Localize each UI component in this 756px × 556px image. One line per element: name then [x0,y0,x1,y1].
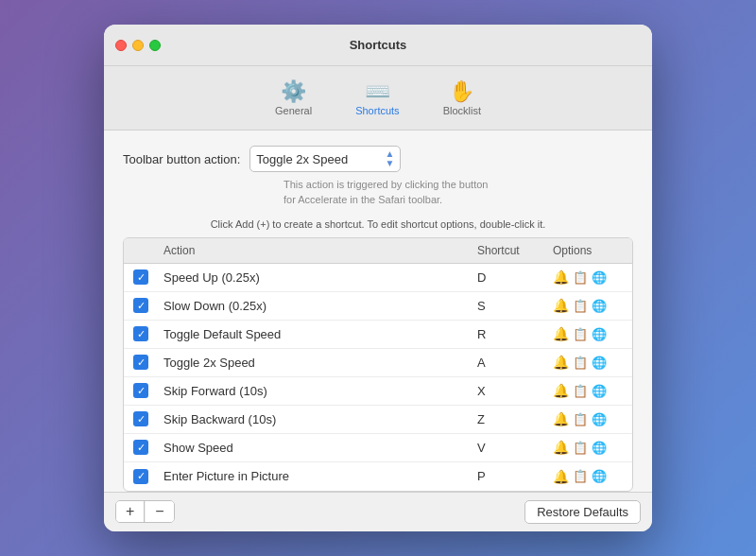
globe-icon[interactable]: 🌐 [592,384,607,398]
hand-icon: ✋ [449,81,474,102]
keyboard-icon: ⌨️ [365,81,390,102]
close-button[interactable] [115,40,127,51]
gear-icon: ⚙️ [281,81,306,102]
options-3: 🔔 📋 🌐 [547,355,632,370]
toolbar: ⚙️ General ⌨️ Shortcuts ✋ Blocklist [104,66,652,130]
action-label-0: Speed Up (0.25x) [158,270,472,285]
dropdown-value: Toggle 2x Speed [256,152,379,166]
check-icon: ✓ [133,411,148,426]
checkbox-0[interactable]: ✓ [124,269,158,285]
check-icon: ✓ [133,355,148,370]
options-6: 🔔 📋 🌐 [547,440,632,455]
doc-icon[interactable]: 📋 [573,441,588,455]
check-icon: ✓ [133,383,148,398]
toolbar-action-row: Toolbar button action: Toggle 2x Speed ▲… [123,146,633,172]
table-row[interactable]: ✓ Speed Up (0.25x) D 🔔 📋 🌐 [124,264,632,292]
checkbox-5[interactable]: ✓ [124,411,158,426]
checkbox-3[interactable]: ✓ [124,355,158,370]
titlebar: Shortcuts [104,25,652,66]
minimize-button[interactable] [132,40,144,51]
table-row[interactable]: ✓ Toggle Default Speed R 🔔 📋 🌐 [124,321,632,349]
instructions-text: Click Add (+) to create a shortcut. To e… [123,218,633,230]
hint-line2: for Accelerate in the Safari toolbar. [284,194,442,205]
table-row[interactable]: ✓ Show Speed V 🔔 📋 🌐 [124,434,632,462]
shortcut-2: R [472,327,547,341]
bell-icon[interactable]: 🔔 [553,440,569,455]
globe-icon[interactable]: 🌐 [592,469,607,483]
checkbox-6[interactable]: ✓ [124,440,158,455]
table-row[interactable]: ✓ Skip Backward (10s) Z 🔔 📋 🌐 [124,406,632,434]
header-options: Options [547,242,632,259]
tab-shortcuts-label: Shortcuts [355,105,399,116]
table-row[interactable]: ✓ Toggle 2x Speed A 🔔 📋 🌐 [124,349,632,377]
restore-defaults-button[interactable]: Restore Defaults [524,500,641,524]
toolbar-action-label: Toolbar button action: [123,152,240,166]
bell-icon[interactable]: 🔔 [553,411,569,426]
options-7: 🔔 📋 🌐 [547,469,632,484]
check-icon: ✓ [133,440,148,455]
globe-icon[interactable]: 🌐 [592,270,607,285]
bell-icon[interactable]: 🔔 [553,469,569,484]
maximize-button[interactable] [149,40,161,51]
doc-icon[interactable]: 📋 [573,299,588,313]
shortcut-7: P [472,469,547,483]
table-row[interactable]: ✓ Skip Forward (10s) X 🔔 📋 🌐 [124,377,632,406]
bell-icon[interactable]: 🔔 [553,355,569,370]
remove-shortcut-button[interactable]: − [146,501,173,522]
doc-icon[interactable]: 📋 [573,270,588,285]
hint-line1: This action is triggered by clicking the… [284,179,488,190]
dropdown-arrows-icon: ▲ ▼ [385,149,394,168]
table-row[interactable]: ✓ Enter Picture in Picture P 🔔 📋 🌐 [124,462,632,491]
globe-icon[interactable]: 🌐 [592,356,607,370]
checkbox-4[interactable]: ✓ [124,383,158,398]
bell-icon[interactable]: 🔔 [553,298,569,313]
table-header: Action Shortcut Options [124,238,632,264]
globe-icon[interactable]: 🌐 [592,412,607,426]
doc-icon[interactable]: 📋 [573,327,588,341]
checkbox-7[interactable]: ✓ [124,469,158,484]
action-label-7: Enter Picture in Picture [158,469,472,483]
tab-shortcuts[interactable]: ⌨️ Shortcuts [348,78,406,120]
window-title: Shortcuts [350,38,407,52]
footer: + − Restore Defaults [104,492,652,531]
header-check [124,242,158,259]
tab-general[interactable]: ⚙️ General [267,78,319,120]
bell-icon[interactable]: 🔔 [553,269,569,285]
shortcut-3: A [472,356,547,370]
tab-general-label: General [275,105,312,116]
check-icon: ✓ [133,326,148,341]
options-1: 🔔 📋 🌐 [547,298,632,313]
header-shortcut: Shortcut [472,242,547,259]
header-action: Action [158,242,472,259]
table-row[interactable]: ✓ Slow Down (0.25x) S 🔔 📋 🌐 [124,292,632,321]
add-remove-buttons: + − [115,500,175,523]
check-icon: ✓ [133,269,148,285]
doc-icon[interactable]: 📋 [573,384,588,398]
bell-icon[interactable]: 🔔 [553,383,569,398]
action-label-5: Skip Backward (10s) [158,412,472,426]
tab-blocklist-label: Blocklist [443,105,481,116]
globe-icon[interactable]: 🌐 [592,327,607,341]
globe-icon[interactable]: 🌐 [592,299,607,313]
globe-icon[interactable]: 🌐 [592,441,607,455]
action-label-4: Skip Forward (10s) [158,384,472,398]
options-5: 🔔 📋 🌐 [547,411,632,426]
shortcut-1: S [472,299,547,313]
action-label-1: Slow Down (0.25x) [158,299,472,313]
bell-icon[interactable]: 🔔 [553,326,569,341]
toolbar-action-dropdown[interactable]: Toggle 2x Speed ▲ ▼ [249,146,401,172]
tab-blocklist[interactable]: ✋ Blocklist [436,78,489,120]
action-hint: This action is triggered by clicking the… [284,178,633,207]
checkbox-1[interactable]: ✓ [124,298,158,313]
check-icon: ✓ [133,298,148,313]
traffic-lights [115,40,161,51]
main-window: Shortcuts ⚙️ General ⌨️ Shortcuts ✋ Bloc… [104,25,652,531]
action-label-2: Toggle Default Speed [158,327,472,341]
add-shortcut-button[interactable]: + [116,501,145,522]
doc-icon[interactable]: 📋 [573,412,588,426]
shortcut-6: V [472,441,547,455]
doc-icon[interactable]: 📋 [573,469,588,483]
options-4: 🔔 📋 🌐 [547,383,632,398]
doc-icon[interactable]: 📋 [573,356,588,370]
checkbox-2[interactable]: ✓ [124,326,158,341]
